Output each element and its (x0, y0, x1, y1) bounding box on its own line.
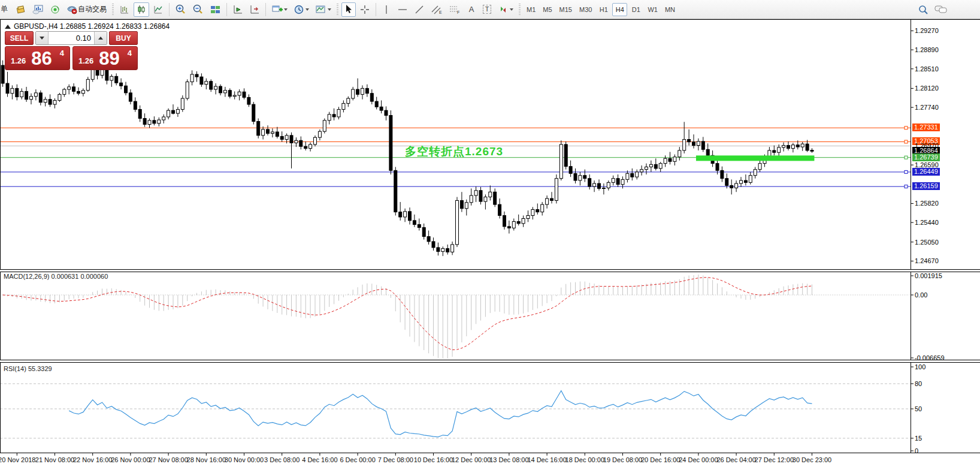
tf-d1[interactable]: D1 (628, 3, 643, 16)
time-axis-label: 6 Dec 00:00 (340, 456, 375, 463)
periods-button[interactable] (291, 2, 311, 17)
horizontal-line-tool-button[interactable] (395, 2, 410, 17)
trendline-icon (414, 4, 425, 15)
candlestick-chart-type-button[interactable] (134, 2, 149, 17)
volume-value[interactable]: 0.10 (49, 32, 94, 44)
new-chart-button[interactable] (269, 2, 290, 17)
sell-button-label: SELL (10, 34, 29, 43)
cursor-tool-button[interactable] (341, 2, 356, 17)
bar-chart-type-button[interactable] (117, 2, 132, 17)
equidistant-channel-tool-button[interactable]: E (428, 2, 445, 17)
tile-windows-button[interactable] (207, 2, 223, 17)
new-order-button[interactable]: 订单 (1, 3, 12, 16)
tf-m15[interactable]: M15 (556, 3, 575, 16)
price-tick-label: 1.28890 (915, 46, 939, 54)
time-axis-label: 14 Dec 16:00 (527, 456, 566, 463)
market-watch-icon (16, 4, 26, 15)
chart-frame-top (0, 19, 980, 20)
chart-canvas[interactable] (0, 19, 980, 467)
auto-scroll-button[interactable] (230, 2, 246, 17)
time-axis-label: 18 Dec 00:00 (565, 456, 604, 463)
sell-price-sup: 4 (60, 49, 64, 58)
chart-annotation[interactable]: 多空转折点1.2673 (405, 144, 503, 159)
macd-tick-label: -0.006659 (915, 354, 945, 362)
price-tick-label: 1.28510 (915, 65, 939, 73)
collapse-panel-icon[interactable] (5, 25, 11, 29)
data-window-button[interactable] (30, 2, 46, 17)
search-icon[interactable] (918, 4, 928, 15)
time-axis-label: 7 Dec 08:00 (378, 456, 413, 463)
new-chart-icon (271, 4, 283, 15)
tf-h4[interactable]: H4 (612, 3, 627, 16)
arrows-tool-button[interactable] (495, 2, 516, 17)
tf-w1[interactable]: W1 (645, 3, 661, 16)
line-price-badge: 1.26739 (912, 153, 940, 161)
triangle-up-icon (98, 37, 103, 40)
line-chart-type-button[interactable] (150, 2, 166, 17)
rsi-label: RSI(14) 55.3329 (4, 365, 52, 372)
sell-price-tile[interactable]: 1.26 86 4 (5, 46, 70, 70)
market-watch-button[interactable] (13, 2, 29, 17)
signals-button[interactable] (47, 2, 63, 17)
templates-button[interactable] (313, 2, 334, 17)
tf-m1[interactable]: M1 (524, 3, 539, 16)
sell-button[interactable]: SELL (5, 31, 34, 45)
price-tick-label: 1.29270 (915, 27, 939, 35)
auto-trading-button[interactable]: 自动交易 (64, 2, 109, 17)
sell-price-big: 86 (31, 49, 52, 68)
buy-price-base: 1.26 (78, 56, 93, 65)
time-axis-label: 22 Nov 16:00 (73, 456, 112, 463)
macd-label: MACD(12,26,9) 0.000631 0.000060 (4, 273, 108, 280)
time-axis-label: 24 Dec 00:00 (679, 456, 718, 463)
rsi-tick-label: 50 (915, 405, 922, 413)
chart-shift-icon (249, 4, 260, 15)
buy-button[interactable]: BUY (109, 31, 138, 45)
main-toolbar: 订单 自动交易 (0, 0, 980, 19)
tf-mn[interactable]: MN (662, 3, 678, 16)
line-chart-icon (153, 4, 164, 15)
fibonacci-tool-button[interactable]: F (446, 2, 463, 17)
volume-stepper: 0.10 (35, 31, 107, 45)
panel-separator[interactable] (0, 269, 980, 272)
chevron-down-icon (328, 8, 331, 11)
tf-m30[interactable]: M30 (576, 3, 595, 16)
rsi-tick-label: 0 (915, 447, 918, 455)
time-axis-label: 4 Dec 16:00 (302, 456, 337, 463)
text-tool-button[interactable]: A (464, 2, 479, 17)
toolbar-separator (376, 3, 376, 16)
price-tick-label: 1.24670 (915, 257, 939, 265)
price-tick-label: 1.27740 (915, 104, 939, 112)
trendline-tool-button[interactable] (412, 2, 427, 17)
time-axis-label: 30 Nov 00:00 (225, 456, 264, 463)
text-label-tool-label: T (483, 5, 492, 14)
price-axis-line (911, 20, 911, 453)
volume-decrease-button[interactable] (36, 32, 49, 44)
time-axis-label: 12 Dec 00:00 (452, 456, 491, 463)
toolbar-grip (112, 4, 114, 16)
text-label-tool-button[interactable]: T (480, 2, 494, 17)
price-tick-label: 1.28120 (915, 85, 939, 92)
line-handle (905, 156, 908, 159)
chevron-down-icon (284, 8, 288, 11)
macd-tick-label: 0.001915 (915, 272, 942, 280)
arrows-tool-icon (498, 4, 509, 15)
vertical-line-tool-button[interactable] (379, 2, 394, 17)
panel-separator[interactable] (0, 360, 980, 363)
toolbar-separator (169, 3, 170, 16)
buy-price-tile[interactable]: 1.26 89 4 (72, 46, 138, 70)
volume-increase-button[interactable] (94, 32, 107, 44)
tile-windows-icon (210, 4, 221, 15)
zoom-out-button[interactable] (190, 2, 206, 17)
price-tick-label: 1.25820 (915, 200, 939, 207)
tf-m5[interactable]: M5 (540, 3, 555, 16)
crosshair-icon (359, 4, 370, 15)
tf-h1[interactable]: H1 (596, 3, 611, 16)
line-price-badge: 1.26159 (912, 182, 940, 190)
svg-text:E: E (439, 10, 442, 14)
templates-icon (315, 4, 326, 15)
zoom-in-button[interactable] (173, 2, 189, 17)
crosshair-tool-button[interactable] (357, 2, 373, 17)
sell-price-base: 1.26 (11, 56, 26, 65)
chart-shift-button[interactable] (247, 2, 262, 17)
chat-icon[interactable] (934, 4, 948, 15)
